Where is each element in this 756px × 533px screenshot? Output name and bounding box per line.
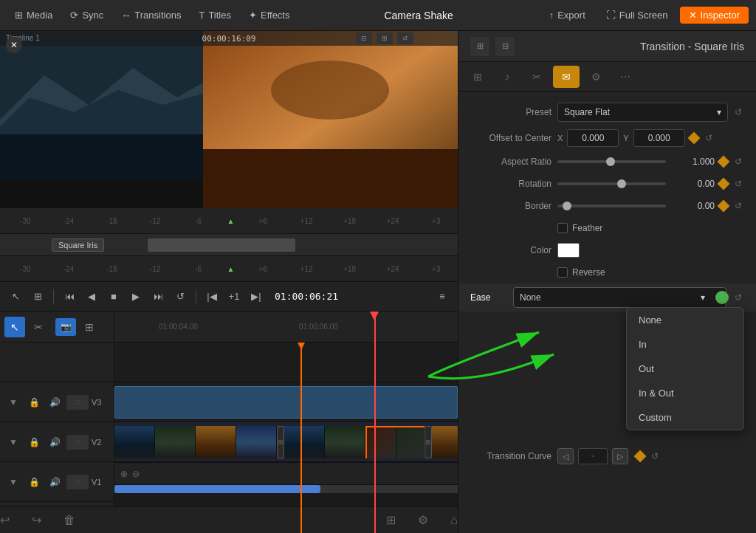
preview-control-1[interactable]: ⊟ <box>356 32 372 44</box>
border-keyframe-button[interactable] <box>718 200 730 213</box>
menu-button[interactable]: ≡ <box>433 287 452 306</box>
ease-option-out[interactable]: Out <box>627 357 743 381</box>
fullscreen-button[interactable]: ⛶ Full Screen <box>597 7 677 24</box>
next-frame-button[interactable]: +1 <box>224 287 244 306</box>
offset-y-input[interactable] <box>633 129 685 147</box>
snap-tool[interactable]: ⊞ <box>79 317 100 337</box>
nav-titles[interactable]: T Titles <box>191 7 238 24</box>
ease-option-none[interactable]: None <box>627 308 743 332</box>
preset-dropdown[interactable]: Square Flat ▾ <box>557 103 728 122</box>
ease-reset-button[interactable]: ↺ <box>732 292 744 303</box>
v2-lock-icon[interactable]: 🔒 <box>25 433 43 451</box>
playhead-triangle <box>370 312 379 320</box>
bottom-redo-button[interactable]: ↪ <box>32 513 41 527</box>
preset-reset-button[interactable]: ↺ <box>732 106 744 118</box>
loop-button[interactable]: ↺ <box>171 287 190 306</box>
bottom-layers-button[interactable]: ⊞ <box>386 513 396 527</box>
v1-speaker-icon[interactable]: 🔊 <box>46 473 63 491</box>
aspect-slider[interactable] <box>557 160 666 163</box>
bottom-settings-button[interactable]: ⚙ <box>418 513 428 527</box>
offset-reset-button[interactable]: ↺ <box>703 132 715 144</box>
reverse-checkbox[interactable] <box>557 267 568 278</box>
v3-speaker-icon[interactable]: 🔊 <box>46 393 63 411</box>
v2-clip[interactable] <box>114 386 458 419</box>
preview-control-2[interactable]: ⊞ <box>377 32 393 44</box>
top-navigation: ⊞ Media ⟳ Sync ↔ Transitions T Titles ✦ … <box>0 0 756 31</box>
bottom-ctrl-1[interactable]: ⊕ <box>120 469 128 479</box>
rotation-slider[interactable] <box>557 182 666 185</box>
camera-tool[interactable]: 📷 <box>55 318 76 336</box>
ease-option-custom[interactable]: Custom <box>627 405 743 430</box>
export-label: Export <box>557 10 585 21</box>
stop-button[interactable]: ■ <box>104 287 123 306</box>
trim-tool-button[interactable]: ⊞ <box>28 287 47 306</box>
nav-media[interactable]: ⊞ Media <box>7 7 60 24</box>
inspector-icon-1[interactable]: ⊞ <box>470 37 489 56</box>
bottom-delete-button[interactable]: 🗑 <box>63 514 75 527</box>
offset-x-input[interactable] <box>567 129 619 147</box>
preview-control-3[interactable]: ↺ <box>397 32 413 44</box>
inspector-icon-2[interactable]: ⊟ <box>495 37 515 56</box>
skip-start-button[interactable]: ⏮ <box>60 287 79 306</box>
cut-tool[interactable]: ✂ <box>28 317 49 337</box>
v1-clip[interactable]: ⊞ ⊞ <box>114 426 458 458</box>
skip-end-button[interactable]: ⏭ <box>148 287 168 306</box>
aspect-reset-button[interactable]: ↺ <box>732 156 744 168</box>
aspect-slider-thumb[interactable] <box>606 157 615 166</box>
rotation-reset-button[interactable]: ↺ <box>732 178 744 190</box>
v3-lock-icon[interactable]: 🔒 <box>25 393 43 411</box>
bottom-ctrl-2[interactable]: ⊖ <box>132 469 140 479</box>
v3-expand-icon[interactable]: ▼ <box>4 393 22 411</box>
transition-bar[interactable] <box>148 238 295 252</box>
curve-keyframe-button[interactable] <box>634 450 647 463</box>
svg-point-6 <box>271 61 389 120</box>
color-swatch[interactable] <box>557 243 580 258</box>
left-panel: ✕ <box>0 31 458 533</box>
v2-expand-icon[interactable]: ▼ <box>4 433 22 451</box>
inspector-button[interactable]: ✕ Inspector <box>680 7 749 24</box>
ease-option-in-out[interactable]: In & Out <box>627 381 743 405</box>
tab-settings[interactable]: ⚙ <box>583 66 609 88</box>
select-tool-button[interactable]: ↖ <box>6 287 25 306</box>
v1-lock-icon[interactable]: 🔒 <box>25 473 43 491</box>
v2-speaker-icon[interactable]: 🔊 <box>46 433 63 451</box>
horizontal-scrollbar[interactable] <box>114 484 458 493</box>
border-reset-button[interactable]: ↺ <box>732 200 744 212</box>
feather-checkbox[interactable] <box>557 223 568 233</box>
bottom-undo-button[interactable]: ↩ <box>0 513 10 527</box>
nav-effects[interactable]: ✦ Effects <box>241 7 298 24</box>
ease-option-in[interactable]: In <box>627 332 743 357</box>
play-button[interactable]: ▶ <box>126 287 145 306</box>
border-slider[interactable] <box>557 204 666 207</box>
tab-audio[interactable]: ♪ <box>494 66 520 88</box>
nav-sync[interactable]: ⟳ Sync <box>63 7 111 24</box>
tab-video[interactable]: ⊞ <box>464 66 491 88</box>
step-forward-button[interactable]: ▶| <box>247 287 266 306</box>
sync-icon: ⟳ <box>70 10 78 21</box>
border-slider-thumb[interactable] <box>563 202 571 210</box>
nav-transitions[interactable]: ↔ Transitions <box>114 7 188 24</box>
color-row: Color <box>458 239 756 261</box>
nav-right-group: ↑ Export ⛶ Full Screen ✕ Inspector <box>540 7 749 24</box>
scroll-thumb[interactable] <box>114 485 320 493</box>
rotation-slider-thumb[interactable] <box>617 179 626 188</box>
v1-expand-icon[interactable]: ▼ <box>4 473 22 491</box>
curve-reset-button[interactable]: ↺ <box>649 450 661 462</box>
ease-dropdown[interactable]: None ▾ <box>513 287 726 308</box>
step-back-button[interactable]: ◀ <box>82 287 101 306</box>
arrow-tool[interactable]: ↖ <box>4 317 25 337</box>
tab-color[interactable]: ✂ <box>523 66 550 88</box>
curve-btn-2[interactable]: ▷ <box>612 448 628 464</box>
timecode-display: 00:00:16:09 <box>202 34 256 44</box>
bottom-home-button[interactable]: ⌂ <box>450 514 458 527</box>
export-button[interactable]: ↑ Export <box>540 7 594 24</box>
tab-transition[interactable]: ✉ <box>553 66 580 88</box>
curve-btn-1[interactable]: ◁ <box>557 448 574 464</box>
tab-more[interactable]: ⋯ <box>612 66 639 88</box>
preview-close-button[interactable]: ✕ <box>6 37 22 53</box>
offset-keyframe-button[interactable] <box>687 132 700 145</box>
preset-label: Preset <box>470 107 551 117</box>
prev-frame-button[interactable]: |◀ <box>202 287 221 306</box>
aspect-keyframe-button[interactable] <box>718 156 730 168</box>
rotation-keyframe-button[interactable] <box>718 178 730 190</box>
